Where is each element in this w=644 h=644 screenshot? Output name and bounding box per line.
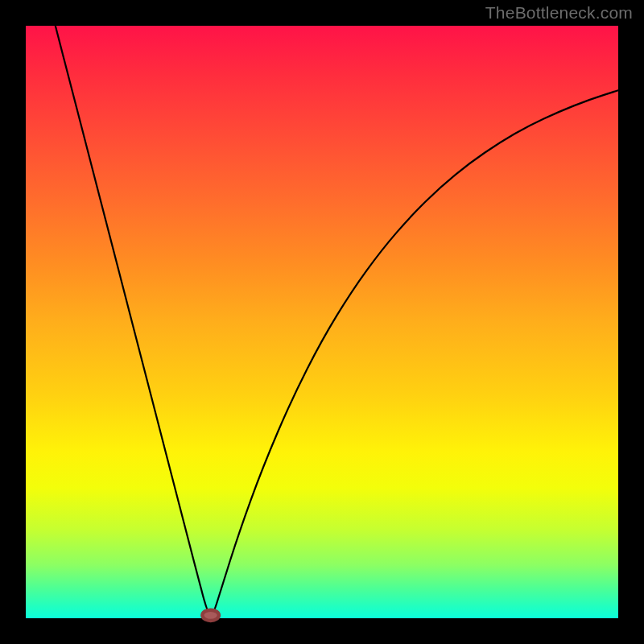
min-marker (202, 610, 219, 621)
chart-stage: TheBottleneck.com (0, 0, 644, 644)
watermark-text: TheBottleneck.com (485, 3, 633, 23)
plot-area (26, 26, 618, 618)
chart-svg (26, 26, 618, 618)
chart-curve (56, 26, 618, 615)
